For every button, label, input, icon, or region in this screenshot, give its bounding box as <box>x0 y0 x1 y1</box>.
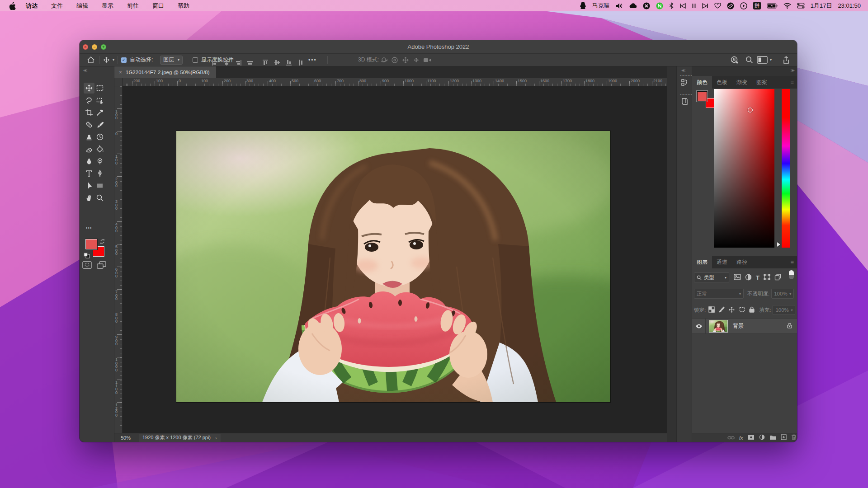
eyedropper-tool[interactable] <box>94 107 105 118</box>
play-circle-icon[interactable] <box>740 2 747 9</box>
filter-smart-objects-icon[interactable] <box>774 274 781 282</box>
foreground-color-swatch[interactable] <box>85 239 97 249</box>
filter-type-layers-icon[interactable]: T <box>756 274 760 281</box>
canvas-image[interactable] <box>176 131 610 402</box>
horizontal-ruler[interactable]: 2001000100200300400500600700800900100011… <box>114 78 667 86</box>
hue-slider-marker[interactable] <box>777 242 780 247</box>
panel-menu-icon[interactable]: ≡ <box>790 256 794 268</box>
auto-select-dropdown[interactable]: 图层▾ <box>160 54 183 66</box>
browser-icon[interactable] <box>727 2 734 9</box>
layer-thumbnail[interactable] <box>709 320 727 332</box>
layer-filter-toggle[interactable] <box>789 270 794 279</box>
menubar-time[interactable]: 23:01:50 <box>838 2 861 9</box>
spot-healing-brush-tool[interactable] <box>84 119 94 130</box>
blur-tool[interactable] <box>84 156 94 167</box>
auto-select-checkbox[interactable]: ✓ <box>121 54 127 66</box>
share-icon[interactable] <box>781 54 791 66</box>
object-selection-tool[interactable] <box>94 95 105 106</box>
collapsed-libraries-panel-icon[interactable] <box>679 95 690 107</box>
menu-view[interactable]: 显示 <box>102 2 113 10</box>
hand-tool[interactable] <box>84 192 94 203</box>
workspace-switcher[interactable]: ▾ <box>757 54 772 66</box>
tab-patterns[interactable]: 图案 <box>752 76 772 89</box>
lock-pixels-icon[interactable] <box>718 306 725 314</box>
link-layers-icon[interactable] <box>727 434 735 442</box>
x-circle-icon[interactable] <box>643 2 650 9</box>
panel-menu-icon[interactable]: ≡ <box>790 76 794 89</box>
type-tool[interactable] <box>84 168 94 179</box>
panel-foreground-swatch[interactable] <box>697 91 707 101</box>
menu-finder[interactable]: 访达 <box>26 2 38 10</box>
layer-filter-dropdown[interactable]: 类型 ▾ <box>694 272 729 282</box>
layer-visibility-eye-icon[interactable] <box>692 318 706 334</box>
collapsed-properties-panel-icon[interactable] <box>679 76 690 88</box>
screen-mode-icon[interactable] <box>97 261 106 271</box>
tab-color[interactable]: 颜色 <box>692 76 712 89</box>
menubar-date[interactable]: 1月17日 <box>811 2 832 10</box>
layer-lock-icon[interactable] <box>787 322 792 330</box>
lock-artboard-icon[interactable] <box>739 306 745 314</box>
opacity-value[interactable]: 100%▾ <box>771 289 794 299</box>
clone-stamp-tool[interactable] <box>84 131 94 142</box>
default-colors-icon[interactable] <box>84 252 90 260</box>
collapse-panels-icon[interactable]: ≫ <box>791 68 794 73</box>
current-tool-indicator[interactable]: ▾ <box>103 54 114 66</box>
status-user-label[interactable]: 马克喵 <box>592 2 610 10</box>
tab-swatches[interactable]: 色板 <box>712 76 732 89</box>
previous-track-icon[interactable] <box>679 3 686 9</box>
bluetooth-icon[interactable] <box>669 2 674 9</box>
n-circle-icon[interactable] <box>656 2 663 9</box>
eraser-tool[interactable] <box>84 144 94 155</box>
cloud-icon[interactable] <box>629 3 637 9</box>
more-options-icon[interactable]: ••• <box>308 54 317 66</box>
document-info[interactable]: 1920 像素 x 1200 像素 (72 ppi) › <box>139 434 221 442</box>
zoom-tool[interactable] <box>94 192 105 203</box>
tab-paths[interactable]: 路径 <box>732 256 752 268</box>
layer-name[interactable]: 背景 <box>733 322 787 330</box>
expand-panels-icon[interactable]: ≪ <box>681 68 685 73</box>
document-tab[interactable]: × 1G220144F7-2.jpeg @ 50%(RGB/8) <box>114 66 216 78</box>
lock-all-icon[interactable] <box>749 306 755 314</box>
pen-tool[interactable] <box>94 168 105 179</box>
menu-window[interactable]: 窗口 <box>152 2 164 10</box>
menu-edit[interactable]: 编辑 <box>76 2 88 10</box>
title-bar[interactable]: × − + Adobe Photoshop 2022 <box>80 40 797 54</box>
fill-value[interactable]: 100%▾ <box>773 305 795 315</box>
path-selection-tool[interactable] <box>84 180 94 191</box>
lock-transparency-icon[interactable] <box>708 306 715 314</box>
rectangle-tool[interactable] <box>94 180 105 191</box>
pinyin-input-badge[interactable]: 拼 <box>753 2 761 9</box>
filter-adjustment-layers-icon[interactable] <box>745 274 752 282</box>
menu-go[interactable]: 前往 <box>127 2 139 10</box>
paint-bucket-tool[interactable] <box>94 144 105 155</box>
canvas-region[interactable]: 1 0 001 0 02 0 03 0 04 0 05 0 06 0 07 0 … <box>114 86 667 433</box>
tab-layers[interactable]: 图层 <box>692 256 712 268</box>
wifi-icon[interactable] <box>783 3 791 9</box>
zoom-level[interactable]: 50% <box>121 435 139 441</box>
pause-icon[interactable] <box>692 3 696 9</box>
menu-help[interactable]: 帮助 <box>178 2 189 10</box>
history-brush-tool[interactable] <box>94 131 105 142</box>
collapse-tools-icon[interactable]: ≪ <box>83 68 87 73</box>
move-tool[interactable] <box>84 83 94 94</box>
dodge-tool[interactable] <box>94 156 105 167</box>
crop-tool[interactable] <box>84 107 94 118</box>
volume-icon[interactable] <box>616 3 623 9</box>
lasso-tool[interactable] <box>84 95 94 106</box>
search-icon[interactable] <box>744 54 754 66</box>
battery-icon[interactable] <box>767 3 778 9</box>
filter-pixel-layers-icon[interactable] <box>734 274 741 281</box>
brush-tool[interactable] <box>94 119 105 130</box>
color-picker-ring[interactable] <box>748 108 753 113</box>
rectangular-marquee-tool[interactable] <box>94 83 105 94</box>
apple-menu-icon[interactable] <box>9 2 16 10</box>
heart-icon[interactable] <box>714 3 721 9</box>
qq-icon[interactable] <box>580 2 586 9</box>
saturation-brightness-field[interactable] <box>714 89 774 248</box>
layer-row-background[interactable]: 背景 <box>692 318 797 334</box>
hue-slider[interactable] <box>782 89 790 248</box>
edit-toolbar-icon[interactable]: ••• <box>86 225 92 230</box>
tab-gradients[interactable]: 渐变 <box>732 76 752 89</box>
add-layer-mask-icon[interactable] <box>748 434 755 442</box>
close-tab-icon[interactable]: × <box>119 69 122 75</box>
